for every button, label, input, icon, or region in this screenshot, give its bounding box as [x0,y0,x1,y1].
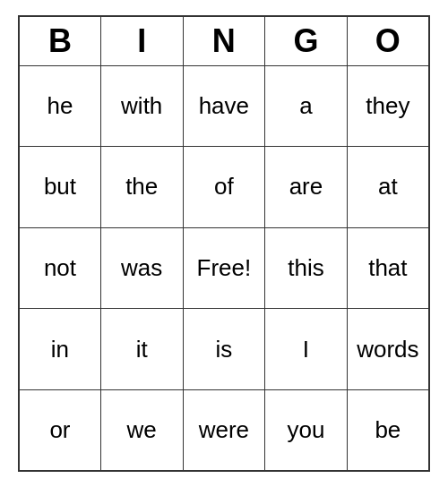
bingo-cell-2-2[interactable]: Free! [183,227,265,309]
header-letter-o: O [347,16,429,65]
bingo-cell-4-2[interactable]: were [183,389,265,471]
bingo-cell-4-0[interactable]: or [19,389,100,471]
bingo-cell-3-1[interactable]: it [100,309,183,390]
bingo-cell-3-0[interactable]: in [19,309,100,390]
bingo-cell-0-0[interactable]: he [19,65,100,147]
bingo-cell-0-4[interactable]: they [347,65,429,147]
bingo-cell-2-4[interactable]: that [347,227,429,309]
bingo-cell-4-3[interactable]: you [265,389,348,471]
bingo-cell-4-4[interactable]: be [347,389,429,471]
bingo-header-row: BINGO [19,16,429,65]
bingo-row-3: initisIwords [19,309,429,390]
bingo-row-2: notwasFree!thisthat [19,227,429,309]
bingo-row-4: orwewereyoube [19,389,429,471]
bingo-cell-1-1[interactable]: the [100,147,183,228]
bingo-cell-0-2[interactable]: have [183,65,265,147]
bingo-cell-2-1[interactable]: was [100,227,183,309]
bingo-row-0: hewithhaveathey [19,65,429,147]
bingo-row-1: buttheofareat [19,147,429,228]
bingo-cell-3-3[interactable]: I [265,309,348,390]
bingo-cell-4-1[interactable]: we [100,389,183,471]
bingo-cell-1-4[interactable]: at [347,147,429,228]
bingo-cell-1-3[interactable]: are [265,147,348,228]
bingo-cell-1-0[interactable]: but [19,147,100,228]
bingo-cell-1-2[interactable]: of [183,147,265,228]
header-letter-i: I [100,16,183,65]
bingo-cell-0-3[interactable]: a [265,65,348,147]
header-letter-g: G [265,16,348,65]
bingo-cell-3-2[interactable]: is [183,309,265,390]
bingo-cell-3-4[interactable]: words [347,309,429,390]
bingo-cell-2-3[interactable]: this [265,227,348,309]
bingo-cell-2-0[interactable]: not [19,227,100,309]
bingo-card: BINGO hewithhaveatheybuttheofareatnotwas… [18,15,430,472]
header-letter-n: N [183,16,265,65]
header-letter-b: B [19,16,100,65]
bingo-cell-0-1[interactable]: with [100,65,183,147]
